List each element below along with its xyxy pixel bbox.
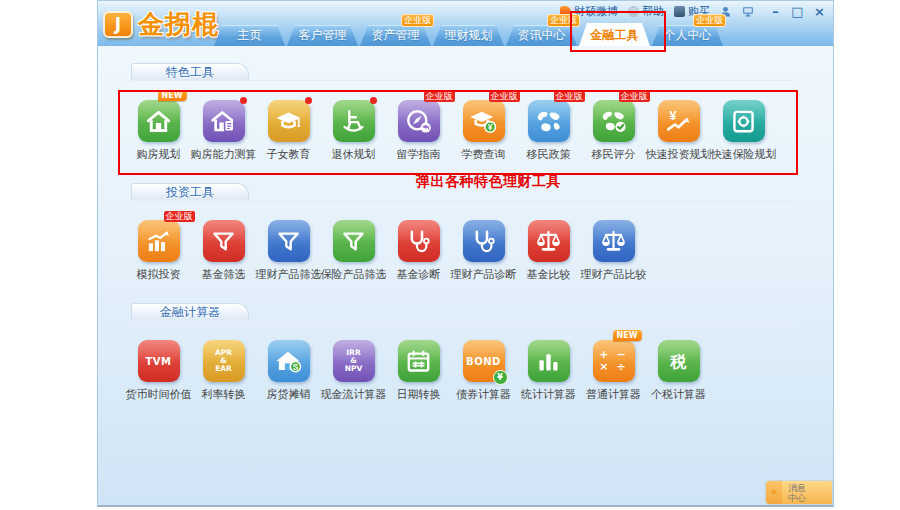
enterprise-badge: 企业版 — [164, 211, 195, 222]
world-check-icon: 企业版 — [593, 100, 635, 142]
tool-label: 子女教育 — [267, 147, 311, 162]
tool-label: 日期转换 — [397, 387, 441, 402]
notification-dot — [305, 97, 312, 104]
bond-text-icon: BOND¥ — [463, 340, 505, 382]
tool-统计计算器[interactable]: 统计计算器 — [516, 340, 581, 402]
tool-基金比较[interactable]: 基金比较 — [516, 220, 581, 282]
stethoscope-icon — [463, 220, 505, 262]
window-controls: –□× — [768, 4, 827, 19]
tab-label[interactable]: 金融工具 — [579, 23, 650, 46]
tab-label[interactable]: 理财规划 — [433, 25, 504, 46]
buy-icon — [674, 6, 685, 17]
tool-sections: 特色工具NEW购房规划购房能力测算子女教育退休规划企业版留学指南¥企业版学费查询… — [98, 46, 833, 402]
calendar-icon — [398, 340, 440, 382]
section-title: 金融计算器 — [131, 303, 249, 320]
tab-理财规划[interactable]: 理财规划 — [433, 25, 504, 46]
tool-学费查询[interactable]: ¥企业版学费查询 — [451, 100, 516, 162]
tool-普通计算器[interactable]: + − × ÷NEW普通计算器 — [581, 340, 646, 402]
tab-label[interactable]: 个人中心 — [652, 25, 723, 46]
tool-label: 货币时间价值 — [126, 387, 192, 402]
tool-理财产品诊断[interactable]: 理财产品诊断 — [451, 220, 516, 282]
tool-模拟投资[interactable]: 企业版模拟投资 — [126, 220, 191, 282]
calculator-ops-icon: + − × ÷NEW — [593, 340, 635, 382]
message-center-button[interactable]: « 消息中心 — [766, 481, 832, 504]
tool-label: 房贷摊销 — [267, 387, 311, 402]
tool-退休规划[interactable]: 退休规划 — [321, 100, 386, 162]
tool-label: 移民政策 — [527, 147, 571, 162]
tool-label: 现金流计算器 — [321, 387, 387, 402]
tool-货币时间价值[interactable]: TVM货币时间价值 — [126, 340, 191, 402]
message-center-label: 消息中心 — [788, 483, 810, 503]
svg-text:S: S — [293, 361, 299, 371]
main-nav: 主页客户管理资产管理企业版理财规划资讯中心企业版金融工具个人中心企业版 — [214, 23, 725, 46]
tool-row: TVM货币时间价值APR & EAR利率转换S房贷摊销IRR & NPV现金流计… — [126, 340, 833, 402]
tool-label: 保险产品筛选 — [321, 267, 387, 282]
compass-icon: 企业版 — [398, 100, 440, 142]
minimize-button[interactable]: – — [768, 4, 783, 19]
menu-label-help: 帮助 — [642, 4, 664, 19]
section-title: 特色工具 — [131, 63, 249, 80]
tool-房贷摊销[interactable]: S房贷摊销 — [256, 340, 321, 402]
tool-label: 普通计算器 — [586, 387, 641, 402]
tab-资讯中心[interactable]: 资讯中心企业版 — [506, 25, 577, 46]
tool-购房能力测算[interactable]: 购房能力测算 — [191, 100, 256, 162]
new-badge: NEW — [613, 330, 642, 341]
tool-label: 快速保险规划 — [711, 147, 777, 162]
enterprise-badge: 企业版 — [489, 91, 520, 102]
yen-badge: ¥ — [493, 370, 508, 385]
tool-快速保险规划[interactable]: 快速保险规划 — [711, 100, 776, 162]
app-title: 金拐棍 — [138, 7, 219, 42]
tool-购房规划[interactable]: NEW购房规划 — [126, 100, 191, 162]
tool-现金流计算器[interactable]: IRR & NPV现金流计算器 — [321, 340, 386, 402]
tab-label[interactable]: 资讯中心 — [506, 25, 577, 46]
tool-个税计算器[interactable]: 税个税计算器 — [646, 340, 711, 402]
tab-个人中心[interactable]: 个人中心企业版 — [652, 25, 723, 46]
tab-label[interactable]: 资产管理 — [360, 25, 431, 46]
tab-主页[interactable]: 主页 — [214, 25, 285, 46]
close-button[interactable]: × — [812, 4, 827, 19]
yen-trend-icon: ¥ — [658, 100, 700, 142]
tab-资产管理[interactable]: 资产管理企业版 — [360, 25, 431, 46]
tab-客户管理[interactable]: 客户管理 — [287, 25, 358, 46]
annotation-text: 弹出各种特色理财工具 — [416, 173, 561, 191]
new-badge: NEW — [158, 90, 187, 101]
notification-dot — [370, 97, 377, 104]
tool-label: 购房能力测算 — [191, 147, 257, 162]
tool-债券计算器[interactable]: BOND¥债券计算器 — [451, 340, 516, 402]
tool-label: 基金筛选 — [202, 267, 246, 282]
enterprise-badge: 企业版 — [693, 14, 726, 27]
irr-npv-text-icon: IRR & NPV — [333, 340, 375, 382]
tool-利率转换[interactable]: APR & EAR利率转换 — [191, 340, 256, 402]
tab-金融工具[interactable]: 金融工具 — [579, 23, 650, 46]
maximize-button[interactable]: □ — [790, 4, 805, 19]
tool-子女教育[interactable]: 子女教育 — [256, 100, 321, 162]
menu-help[interactable]: 帮助 — [628, 4, 664, 19]
tool-基金筛选[interactable]: 基金筛选 — [191, 220, 256, 282]
icon-glyph: TVM — [145, 356, 171, 367]
monitor-icon[interactable] — [741, 5, 755, 18]
tool-留学指南[interactable]: 企业版留学指南 — [386, 100, 451, 162]
house-s-icon: S — [268, 340, 310, 382]
section-特色工具: 特色工具NEW购房规划购房能力测算子女教育退休规划企业版留学指南¥企业版学费查询… — [98, 63, 833, 162]
tab-label[interactable]: 主页 — [214, 25, 285, 46]
funnel-icon — [268, 220, 310, 262]
tool-label: 留学指南 — [397, 147, 441, 162]
tool-label: 基金诊断 — [397, 267, 441, 282]
tool-移民评分[interactable]: 企业版移民评分 — [581, 100, 646, 162]
tool-理财产品比较[interactable]: 理财产品比较 — [581, 220, 646, 282]
tab-label[interactable]: 客户管理 — [287, 25, 358, 46]
tool-移民政策[interactable]: 企业版移民政策 — [516, 100, 581, 162]
tool-基金诊断[interactable]: 基金诊断 — [386, 220, 451, 282]
tool-label: 债券计算器 — [456, 387, 511, 402]
collapse-chevron-icon[interactable]: « — [766, 481, 782, 504]
tool-保险产品筛选[interactable]: 保险产品筛选 — [321, 220, 386, 282]
enterprise-badge: 企业版 — [619, 91, 650, 102]
titlebar-links: 财硕微博帮助购买 — [560, 4, 710, 19]
tool-理财产品筛选[interactable]: 理财产品筛选 — [256, 220, 321, 282]
icon-glyph: BOND — [466, 356, 501, 367]
tool-label: 个税计算器 — [651, 387, 706, 402]
tool-日期转换[interactable]: 日期转换 — [386, 340, 451, 402]
help-icon — [628, 6, 639, 17]
section-head: 特色工具 — [131, 63, 793, 81]
tool-快速投资规划[interactable]: ¥快速投资规划 — [646, 100, 711, 162]
